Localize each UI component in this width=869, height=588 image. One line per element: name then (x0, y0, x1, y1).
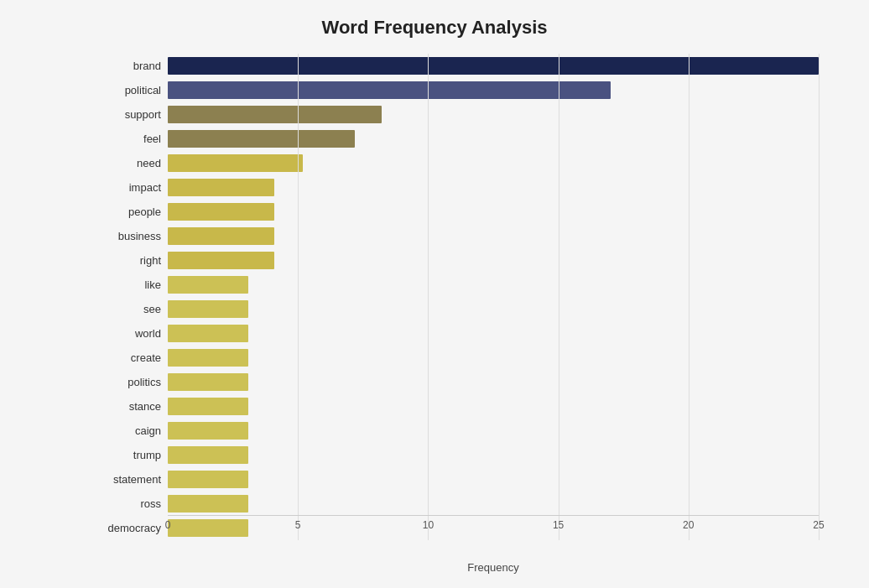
bar (168, 276, 248, 293)
bar-label: people (92, 206, 168, 218)
bar-row: need (92, 151, 819, 175)
bar (168, 81, 611, 98)
bar-label: trump (92, 449, 168, 461)
x-axis: 0510152025 (168, 515, 819, 540)
bar-label: politics (92, 376, 168, 388)
bar-label: need (92, 157, 168, 169)
bar-row: trump (92, 443, 819, 467)
bar (168, 325, 248, 341)
bar-row: people (92, 200, 819, 224)
bar-track (168, 370, 819, 394)
bar (168, 252, 274, 268)
bar-track (168, 151, 819, 175)
bar-label: caign (92, 424, 168, 437)
bar-label: stance (92, 400, 168, 413)
bar (168, 57, 819, 74)
bar-label: democracy (92, 522, 168, 534)
x-axis-label: Frequency (168, 561, 819, 574)
bar (168, 422, 248, 439)
bar (168, 349, 248, 366)
bar-label: impact (92, 181, 168, 194)
bar (168, 446, 248, 463)
bar-label: see (92, 303, 168, 315)
bar-track (168, 297, 819, 321)
bar-label: ross (92, 497, 168, 510)
bar-track (168, 467, 819, 492)
bar (168, 471, 248, 487)
bar-row: stance (92, 394, 819, 419)
bar-row: create (92, 346, 819, 370)
bar-label: world (92, 327, 168, 340)
bar (168, 179, 274, 195)
chart-container: Word Frequency Analysis brandpoliticalsu… (0, 0, 869, 588)
bar-row: like (92, 273, 819, 297)
bar-row: business (92, 224, 819, 248)
bar-row: impact (92, 175, 819, 200)
bar-track (168, 127, 819, 151)
chart-title: Word Frequency Analysis (50, 17, 819, 39)
bar-track (168, 78, 819, 102)
bar-track (168, 394, 819, 419)
bar-row: politics (92, 370, 819, 394)
bar-row: statement (92, 467, 819, 492)
bar-label: feel (92, 133, 168, 145)
bar-track (168, 54, 819, 78)
bars-wrapper: brandpoliticalsupportfeelneedimpactpeopl… (92, 54, 819, 540)
x-tick: 10 (423, 519, 434, 531)
bar-row: caign (92, 419, 819, 443)
bar-track (168, 102, 819, 127)
bar-row: see (92, 297, 819, 321)
bar-track (168, 200, 819, 224)
bar-track (168, 273, 819, 297)
bar-track (168, 248, 819, 273)
x-tick: 25 (813, 519, 824, 531)
bar (168, 227, 274, 244)
bar (168, 106, 382, 122)
bar (168, 203, 274, 220)
bar (168, 495, 248, 512)
bar-row: right (92, 248, 819, 273)
bar-track (168, 224, 819, 248)
x-tick: 20 (683, 519, 694, 531)
bar-label: brand (92, 60, 168, 72)
chart-area: brandpoliticalsupportfeelneedimpactpeopl… (92, 54, 819, 540)
bar-row: feel (92, 127, 819, 151)
bar-row: support (92, 102, 819, 127)
bar-label: support (92, 108, 168, 121)
bar-label: business (92, 230, 168, 242)
bar-row: world (92, 321, 819, 346)
bar (168, 154, 303, 171)
bar-track (168, 492, 819, 516)
bar-label: statement (92, 473, 168, 486)
bar (168, 130, 355, 147)
x-tick: 0 (165, 519, 171, 531)
bar-label: political (92, 84, 168, 96)
bar-row: brand (92, 54, 819, 78)
bar (168, 398, 248, 414)
x-tick: 5 (295, 519, 301, 531)
bar-track (168, 346, 819, 370)
bar-row: political (92, 78, 819, 102)
bar (168, 373, 248, 390)
bar (168, 300, 248, 317)
bar-label: right (92, 254, 168, 267)
x-tick: 15 (553, 519, 564, 531)
bar-label: create (92, 351, 168, 364)
bar-track (168, 175, 819, 200)
bar-label: like (92, 278, 168, 291)
bar-row: ross (92, 492, 819, 516)
bar-track (168, 443, 819, 467)
bar-track (168, 321, 819, 346)
bar-track (168, 419, 819, 443)
